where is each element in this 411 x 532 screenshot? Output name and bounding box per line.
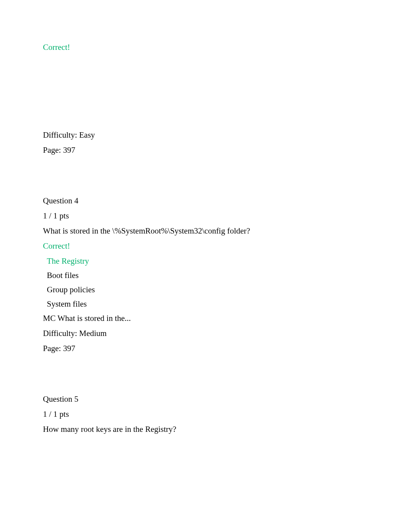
q4-option-1: The Registry <box>43 256 380 266</box>
q3-correct-label: Correct! <box>43 43 380 52</box>
q4-difficulty: Difficulty: Medium <box>43 329 380 338</box>
q4-meta-line: MC What is stored in the... <box>43 314 380 323</box>
q3-page: Page: 397 <box>43 145 380 155</box>
q3-blurred-content <box>43 58 380 127</box>
q5-question: How many root keys are in the Registry? <box>43 425 380 434</box>
q4-header: Question 4 <box>43 196 380 206</box>
q4-points: 1 / 1 pts <box>43 211 380 221</box>
q4-correct-label: Correct! <box>43 241 380 251</box>
q4-option-2: Boot files <box>43 271 380 280</box>
q3-difficulty: Difficulty: Easy <box>43 130 380 140</box>
q4-option-3: Group policies <box>43 285 380 295</box>
q4-option-4: System files <box>43 299 380 309</box>
q5-blurred-content <box>43 440 380 494</box>
q5-points: 1 / 1 pts <box>43 409 380 419</box>
q4-question: What is stored in the \%SystemRoot%\Syst… <box>43 226 380 236</box>
q5-header: Question 5 <box>43 394 380 404</box>
q4-page: Page: 397 <box>43 344 380 353</box>
